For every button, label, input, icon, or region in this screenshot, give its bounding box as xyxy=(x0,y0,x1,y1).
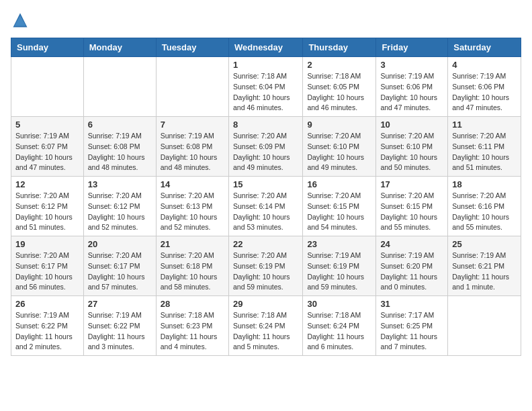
calendar-cell: 9Sunrise: 7:20 AM Sunset: 6:10 PM Daylig… xyxy=(303,117,376,177)
weekday-header-saturday: Saturday xyxy=(448,38,521,57)
calendar-week-row: 12Sunrise: 7:20 AM Sunset: 6:12 PM Dayli… xyxy=(11,177,521,236)
day-number: 31 xyxy=(380,299,443,309)
day-info: Sunrise: 7:20 AM Sunset: 6:11 PM Dayligh… xyxy=(452,131,517,173)
day-info: Sunrise: 7:19 AM Sunset: 6:21 PM Dayligh… xyxy=(452,250,517,293)
weekday-header-sunday: Sunday xyxy=(11,38,84,57)
calendar-cell: 2Sunrise: 7:18 AM Sunset: 6:05 PM Daylig… xyxy=(303,57,376,117)
day-info: Sunrise: 7:20 AM Sunset: 6:10 PM Dayligh… xyxy=(307,131,371,173)
calendar-cell: 20Sunrise: 7:20 AM Sunset: 6:17 PM Dayli… xyxy=(83,236,156,296)
calendar-cell: 27Sunrise: 7:19 AM Sunset: 6:22 PM Dayli… xyxy=(83,296,156,356)
day-info: Sunrise: 7:20 AM Sunset: 6:15 PM Dayligh… xyxy=(380,191,443,233)
calendar-cell: 11Sunrise: 7:20 AM Sunset: 6:11 PM Dayli… xyxy=(448,117,521,177)
calendar-week-row: 5Sunrise: 7:19 AM Sunset: 6:07 PM Daylig… xyxy=(11,117,521,177)
calendar-cell xyxy=(11,57,84,117)
day-number: 10 xyxy=(380,120,443,130)
day-number: 21 xyxy=(161,239,224,249)
day-info: Sunrise: 7:19 AM Sunset: 6:19 PM Dayligh… xyxy=(307,250,371,293)
day-info: Sunrise: 7:20 AM Sunset: 6:14 PM Dayligh… xyxy=(233,191,298,233)
day-number: 15 xyxy=(233,179,298,189)
day-number: 28 xyxy=(161,299,224,309)
day-info: Sunrise: 7:17 AM Sunset: 6:25 PM Dayligh… xyxy=(380,310,443,353)
calendar-cell: 14Sunrise: 7:20 AM Sunset: 6:13 PM Dayli… xyxy=(156,177,228,236)
calendar-cell: 16Sunrise: 7:20 AM Sunset: 6:15 PM Dayli… xyxy=(303,177,376,236)
calendar-cell: 25Sunrise: 7:19 AM Sunset: 6:21 PM Dayli… xyxy=(448,236,521,296)
calendar-cell xyxy=(448,296,521,356)
day-number: 20 xyxy=(88,239,152,249)
calendar-cell: 23Sunrise: 7:19 AM Sunset: 6:19 PM Dayli… xyxy=(303,236,376,296)
day-number: 1 xyxy=(233,60,298,70)
calendar-cell: 28Sunrise: 7:18 AM Sunset: 6:23 PM Dayli… xyxy=(156,296,228,356)
calendar-cell: 22Sunrise: 7:20 AM Sunset: 6:19 PM Dayli… xyxy=(228,236,302,296)
day-number: 9 xyxy=(307,120,371,130)
page-header xyxy=(11,11,521,30)
calendar-cell: 3Sunrise: 7:19 AM Sunset: 6:06 PM Daylig… xyxy=(376,57,448,117)
calendar-cell: 7Sunrise: 7:19 AM Sunset: 6:08 PM Daylig… xyxy=(156,117,228,177)
day-info: Sunrise: 7:20 AM Sunset: 6:09 PM Dayligh… xyxy=(233,131,298,173)
calendar-cell: 26Sunrise: 7:19 AM Sunset: 6:22 PM Dayli… xyxy=(11,296,84,356)
calendar-week-row: 1Sunrise: 7:18 AM Sunset: 6:04 PM Daylig… xyxy=(11,57,521,117)
day-number: 18 xyxy=(452,179,517,189)
day-number: 23 xyxy=(307,239,371,249)
calendar-cell xyxy=(156,57,228,117)
calendar-cell: 6Sunrise: 7:19 AM Sunset: 6:08 PM Daylig… xyxy=(83,117,156,177)
logo xyxy=(11,11,32,30)
day-info: Sunrise: 7:20 AM Sunset: 6:18 PM Dayligh… xyxy=(161,250,224,293)
day-info: Sunrise: 7:19 AM Sunset: 6:08 PM Dayligh… xyxy=(161,131,224,173)
calendar-cell: 21Sunrise: 7:20 AM Sunset: 6:18 PM Dayli… xyxy=(156,236,228,296)
day-number: 12 xyxy=(15,179,79,189)
calendar-cell: 10Sunrise: 7:20 AM Sunset: 6:10 PM Dayli… xyxy=(376,117,448,177)
weekday-header-tuesday: Tuesday xyxy=(156,38,228,57)
calendar-cell: 8Sunrise: 7:20 AM Sunset: 6:09 PM Daylig… xyxy=(228,117,302,177)
day-number: 27 xyxy=(88,299,152,309)
day-number: 4 xyxy=(452,60,517,70)
day-info: Sunrise: 7:20 AM Sunset: 6:17 PM Dayligh… xyxy=(88,250,152,293)
calendar-cell: 13Sunrise: 7:20 AM Sunset: 6:12 PM Dayli… xyxy=(83,177,156,236)
day-number: 13 xyxy=(88,179,152,189)
calendar-cell: 30Sunrise: 7:18 AM Sunset: 6:24 PM Dayli… xyxy=(303,296,376,356)
calendar-cell: 31Sunrise: 7:17 AM Sunset: 6:25 PM Dayli… xyxy=(376,296,448,356)
day-number: 14 xyxy=(161,179,224,189)
calendar-cell: 5Sunrise: 7:19 AM Sunset: 6:07 PM Daylig… xyxy=(11,117,84,177)
weekday-header-monday: Monday xyxy=(83,38,156,57)
day-info: Sunrise: 7:18 AM Sunset: 6:24 PM Dayligh… xyxy=(307,310,371,353)
day-number: 17 xyxy=(380,179,443,189)
calendar-cell: 29Sunrise: 7:18 AM Sunset: 6:24 PM Dayli… xyxy=(228,296,302,356)
day-info: Sunrise: 7:19 AM Sunset: 6:08 PM Dayligh… xyxy=(88,131,152,173)
logo-icon xyxy=(11,11,30,30)
day-info: Sunrise: 7:19 AM Sunset: 6:07 PM Dayligh… xyxy=(15,131,79,173)
calendar-cell: 4Sunrise: 7:19 AM Sunset: 6:06 PM Daylig… xyxy=(448,57,521,117)
calendar-cell: 24Sunrise: 7:19 AM Sunset: 6:20 PM Dayli… xyxy=(376,236,448,296)
day-number: 24 xyxy=(380,239,443,249)
day-number: 26 xyxy=(15,299,79,309)
calendar-week-row: 19Sunrise: 7:20 AM Sunset: 6:17 PM Dayli… xyxy=(11,236,521,296)
day-info: Sunrise: 7:20 AM Sunset: 6:15 PM Dayligh… xyxy=(307,191,371,233)
weekday-header-thursday: Thursday xyxy=(303,38,376,57)
calendar-cell: 19Sunrise: 7:20 AM Sunset: 6:17 PM Dayli… xyxy=(11,236,84,296)
day-number: 6 xyxy=(88,120,152,130)
day-info: Sunrise: 7:18 AM Sunset: 6:04 PM Dayligh… xyxy=(233,71,298,113)
day-info: Sunrise: 7:19 AM Sunset: 6:20 PM Dayligh… xyxy=(380,250,443,293)
day-info: Sunrise: 7:20 AM Sunset: 6:12 PM Dayligh… xyxy=(15,191,79,233)
calendar-week-row: 26Sunrise: 7:19 AM Sunset: 6:22 PM Dayli… xyxy=(11,296,521,356)
calendar-cell: 17Sunrise: 7:20 AM Sunset: 6:15 PM Dayli… xyxy=(376,177,448,236)
day-number: 19 xyxy=(15,239,79,249)
day-number: 8 xyxy=(233,120,298,130)
day-info: Sunrise: 7:20 AM Sunset: 6:17 PM Dayligh… xyxy=(15,250,79,293)
svg-marker-1 xyxy=(14,15,26,26)
day-info: Sunrise: 7:20 AM Sunset: 6:19 PM Dayligh… xyxy=(233,250,298,293)
day-number: 11 xyxy=(452,120,517,130)
day-info: Sunrise: 7:20 AM Sunset: 6:16 PM Dayligh… xyxy=(452,191,517,233)
day-number: 7 xyxy=(161,120,224,130)
day-number: 5 xyxy=(15,120,79,130)
calendar-cell xyxy=(83,57,156,117)
day-info: Sunrise: 7:18 AM Sunset: 6:24 PM Dayligh… xyxy=(233,310,298,353)
day-info: Sunrise: 7:20 AM Sunset: 6:10 PM Dayligh… xyxy=(380,131,443,173)
day-info: Sunrise: 7:18 AM Sunset: 6:23 PM Dayligh… xyxy=(161,310,224,353)
day-info: Sunrise: 7:20 AM Sunset: 6:12 PM Dayligh… xyxy=(88,191,152,233)
day-number: 16 xyxy=(307,179,371,189)
day-number: 25 xyxy=(452,239,517,249)
day-number: 30 xyxy=(307,299,371,309)
day-info: Sunrise: 7:20 AM Sunset: 6:13 PM Dayligh… xyxy=(161,191,224,233)
calendar-cell: 12Sunrise: 7:20 AM Sunset: 6:12 PM Dayli… xyxy=(11,177,84,236)
day-number: 3 xyxy=(380,60,443,70)
